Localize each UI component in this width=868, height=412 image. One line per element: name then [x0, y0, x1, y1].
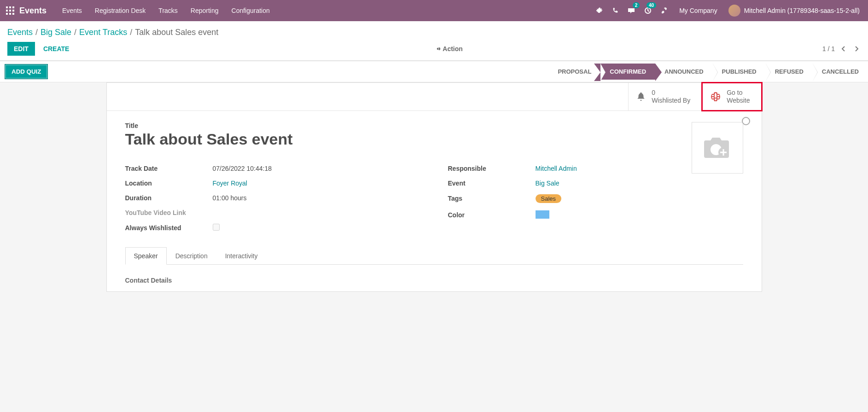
company-selector[interactable]: My Company [673, 7, 723, 14]
control-bar: Events/Big Sale/Event Tracks/Talk about … [0, 21, 868, 61]
breadcrumb-bigsale[interactable]: Big Sale [41, 28, 71, 37]
svg-rect-0 [6, 6, 8, 8]
app-name[interactable]: Events [19, 6, 47, 16]
color-label: Color [448, 211, 536, 219]
activities-icon[interactable]: 40 [640, 0, 656, 21]
pager-next[interactable] [852, 44, 861, 54]
svg-rect-5 [12, 10, 14, 12]
breadcrumb-current: Talk about Sales event [135, 28, 218, 37]
create-button[interactable]: CREATE [37, 42, 76, 56]
status-announced[interactable]: ANNOUNCED [655, 64, 713, 80]
edit-button[interactable]: EDIT [7, 42, 35, 56]
title-block: Title Talk about Sales event [125, 122, 743, 148]
user-name: Mitchell Admin (17789348-saas-15-2-all) [744, 7, 860, 14]
debug-icon[interactable] [591, 0, 607, 21]
svg-rect-2 [12, 6, 14, 8]
status-published[interactable]: PUBLISHED [713, 64, 766, 80]
responsible-value[interactable]: Mitchell Admin [536, 165, 577, 172]
button-box: 0Wishlisted By Go toWebsite [107, 83, 762, 111]
add-quiz-button[interactable]: ADD QUIZ [5, 64, 48, 79]
color-swatch [536, 210, 549, 219]
breadcrumbs: Events/Big Sale/Event Tracks/Talk about … [7, 26, 861, 40]
status-confirmed[interactable]: CONFIRMED [600, 64, 655, 80]
goto-l1: Go to [727, 89, 750, 97]
tools-icon[interactable] [656, 0, 673, 21]
svg-rect-8 [12, 13, 14, 15]
nav-reporting[interactable]: Reporting [184, 0, 225, 21]
svg-rect-4 [9, 10, 11, 12]
pager-text: 1 / 1 [822, 45, 835, 52]
location-label: Location [125, 180, 213, 187]
svg-rect-3 [6, 10, 8, 12]
tag-sales: Sales [536, 194, 562, 203]
form-grid: Track Date07/26/2022 10:44:18 LocationFo… [125, 161, 743, 236]
status-refused[interactable]: REFUSED [766, 64, 813, 80]
image-placeholder[interactable] [692, 122, 743, 174]
sheet-wrap: 0Wishlisted By Go toWebsite Title Talk a… [0, 82, 868, 310]
svg-rect-7 [9, 13, 11, 15]
event-label: Event [448, 180, 536, 187]
globe-icon [710, 91, 721, 102]
youtube-label: YouTube Video Link [125, 209, 213, 216]
status-proposal[interactable]: PROPOSAL [548, 64, 600, 80]
track-date-value: 07/26/2022 10:44:18 [213, 165, 272, 172]
statusbar: PROPOSAL CONFIRMED ANNOUNCED PUBLISHED R… [548, 64, 868, 80]
duration-value: 01:00 hours [213, 194, 247, 202]
nav-configuration[interactable]: Configuration [225, 0, 276, 21]
user-menu[interactable]: Mitchell Admin (17789348-saas-15-2-all) [724, 5, 864, 17]
always-wishlisted-checkbox[interactable] [213, 224, 220, 231]
camera-icon [701, 134, 734, 162]
tags-label: Tags [448, 195, 536, 202]
form-sheet: 0Wishlisted By Go toWebsite Title Talk a… [106, 82, 762, 292]
event-value[interactable]: Big Sale [536, 180, 559, 187]
breadcrumb-eventtracks[interactable]: Event Tracks [79, 28, 127, 37]
track-date-label: Track Date [125, 165, 213, 172]
title-label: Title [125, 122, 743, 129]
always-wishlisted-label: Always Wishlisted [125, 224, 213, 232]
pager: 1 / 1 [822, 44, 861, 54]
duration-label: Duration [125, 194, 213, 202]
nav-registration-desk[interactable]: Registration Desk [88, 0, 152, 21]
controls-row: EDIT CREATE Action 1 / 1 [7, 40, 861, 60]
wishlisted-label: Wishlisted By [652, 97, 690, 104]
user-avatar [728, 5, 740, 17]
status-bubble [742, 117, 750, 125]
action-label: Action [443, 45, 463, 52]
apps-menu-icon[interactable] [4, 4, 17, 17]
breadcrumb-root[interactable]: Events [7, 28, 33, 37]
sheet-body: Title Talk about Sales event Track Date0… [107, 111, 762, 291]
topbar: Events Events Registration Desk Tracks R… [0, 0, 868, 21]
pager-prev[interactable] [839, 44, 848, 54]
nav-tracks[interactable]: Tracks [152, 0, 184, 21]
title-value: Talk about Sales event [125, 130, 743, 148]
tab-description[interactable]: Description [167, 247, 216, 265]
messages-icon[interactable]: 2 [623, 0, 640, 21]
phone-icon[interactable] [607, 0, 623, 21]
left-column: Track Date07/26/2022 10:44:18 LocationFo… [125, 161, 420, 236]
status-cancelled[interactable]: CANCELLED [813, 64, 868, 80]
status-row: ADD QUIZ PROPOSAL CONFIRMED ANNOUNCED PU… [0, 61, 868, 82]
contact-details-heading: Contact Details [125, 277, 743, 284]
nav-events[interactable]: Events [56, 0, 88, 21]
tab-interactivity[interactable]: Interactivity [216, 247, 267, 265]
tab-speaker[interactable]: Speaker [125, 247, 167, 265]
goto-l2: Website [727, 97, 750, 104]
messages-badge: 2 [633, 2, 640, 8]
action-menu[interactable]: Action [435, 45, 463, 52]
svg-rect-1 [9, 6, 11, 8]
location-value[interactable]: Foyer Royal [213, 180, 247, 187]
wishlisted-count: 0 [652, 89, 690, 97]
go-to-website-button[interactable]: Go toWebsite [701, 82, 762, 111]
bell-icon [636, 92, 646, 102]
svg-rect-6 [6, 13, 8, 15]
tab-content: Contact Details [125, 265, 743, 284]
responsible-label: Responsible [448, 165, 536, 172]
wishlisted-stat-button[interactable]: 0Wishlisted By [628, 83, 701, 110]
tabs: Speaker Description Interactivity [125, 247, 743, 265]
activities-badge: 40 [647, 2, 656, 8]
